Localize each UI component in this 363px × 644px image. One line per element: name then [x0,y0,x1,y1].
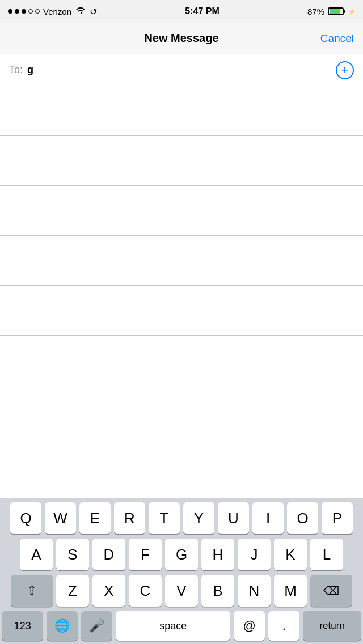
at-key[interactable]: @ [234,611,265,641]
key-u[interactable]: U [218,502,249,534]
dot-3 [22,9,26,14]
key-y[interactable]: Y [183,502,214,534]
key-v[interactable]: V [165,575,198,607]
shift-key[interactable]: ⇧ [11,575,53,607]
return-key[interactable]: return [303,611,361,641]
dot-2 [15,9,19,14]
delete-key[interactable]: ⌫ [310,575,352,607]
key-q[interactable]: Q [10,502,41,534]
message-line-4 [0,236,363,286]
key-o[interactable]: O [287,502,318,534]
nav-bar: New Message Cancel [0,23,363,54]
battery-percentage: 87% [307,7,324,16]
add-contact-button[interactable]: + [336,61,354,79]
key-k[interactable]: K [274,539,307,570]
key-n[interactable]: N [238,575,271,607]
keyboard-row-3: ⇧ Z X C V B N M ⌫ [2,575,361,607]
keyboard-row-4: 123 🌐 🎤 space @ . return [2,611,361,641]
refresh-icon: ↺ [90,6,97,17]
key-t[interactable]: T [149,502,180,534]
message-area [0,86,363,336]
status-time: 5:47 PM [185,6,219,16]
key-h[interactable]: H [201,539,234,570]
keyboard: Q W E R T Y U I O P A S D F G H J K L ⇧ … [0,498,363,644]
keyboard-row-1: Q W E R T Y U I O P [2,502,361,534]
keyboard-row-2: A S D F G H J K L [2,539,361,570]
globe-key[interactable]: 🌐 [47,611,78,641]
status-left: Verizon ↺ [8,6,97,17]
dot-1 [8,9,12,14]
charging-bolt: ⚡ [348,9,355,15]
battery-icon [328,7,344,15]
key-r[interactable]: R [114,502,145,534]
to-input[interactable] [27,64,336,76]
dot-4 [28,9,33,14]
key-c[interactable]: C [129,575,162,607]
nav-title: New Message [49,32,314,45]
to-label: To: [9,64,23,76]
message-line-2 [0,136,363,186]
numbers-key[interactable]: 123 [2,611,43,641]
key-j[interactable]: J [238,539,271,570]
status-bar: Verizon ↺ 5:47 PM 87% ⚡ [0,0,363,23]
battery-fill [330,9,340,14]
signal-dots [8,9,40,14]
key-x[interactable]: X [92,575,125,607]
key-m[interactable]: M [274,575,307,607]
to-field: To: + [0,54,363,86]
wifi-icon [75,6,86,17]
key-a[interactable]: A [20,539,53,570]
message-line-5 [0,286,363,336]
space-key[interactable]: space [116,611,230,641]
key-p[interactable]: P [322,502,353,534]
key-z[interactable]: Z [56,575,89,607]
cancel-button[interactable]: Cancel [314,32,354,45]
dot-5 [35,9,40,14]
key-w[interactable]: W [45,502,76,534]
key-s[interactable]: S [56,539,89,570]
microphone-key[interactable]: 🎤 [81,611,112,641]
key-g[interactable]: G [165,539,198,570]
period-key[interactable]: . [268,611,299,641]
key-d[interactable]: D [92,539,125,570]
message-line-3 [0,186,363,236]
status-right: 87% ⚡ [307,7,355,16]
key-e[interactable]: E [79,502,111,534]
key-b[interactable]: B [201,575,234,607]
key-l[interactable]: L [310,539,343,570]
carrier-label: Verizon [43,7,71,16]
key-f[interactable]: F [129,539,162,570]
message-line-1 [0,86,363,136]
key-i[interactable]: I [252,502,284,534]
